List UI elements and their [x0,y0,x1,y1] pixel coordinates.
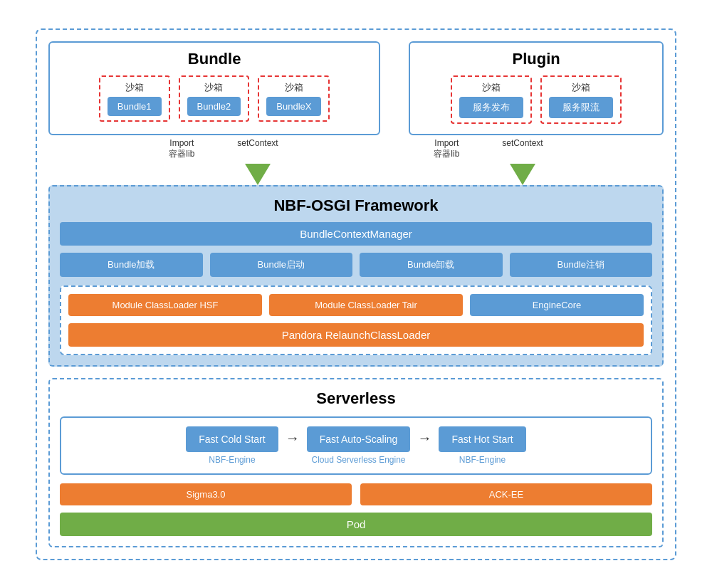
bundlex-btn: BundleX [266,97,321,116]
plugin1-btn: 服务发布 [459,97,523,118]
main-wrapper: Bundle 沙箱 Bundle1 沙箱 Bundle2 沙箱 BundleX [21,14,691,574]
nbf-btn-cancel: Bundle注销 [510,253,653,277]
flow-sub-cold: NBF-Engine [209,455,255,465]
serverless-flow: Fast Cold Start NBF-Engine → Fast Auto-S… [60,416,652,475]
outer-container: Bundle 沙箱 Bundle1 沙箱 Bundle2 沙箱 BundleX [36,28,676,560]
serverless-title: Serverless [60,389,652,408]
setcontext-label-plugin: setContext [502,138,543,148]
green-arrow-bundle [245,164,271,185]
sandbox-plugin1: 沙箱 服务发布 [451,75,532,124]
sandbox-bundlex: 沙箱 BundleX [258,75,330,122]
flow-arrow-1: → [286,430,300,446]
flow-item-scaling: Fast Auto-Scaling Cloud Serverless Engin… [307,426,411,465]
classloader-tair: Module ClassLoader Tair [269,294,463,316]
plugin-arrows: Import容器lib setContext [434,138,543,185]
flow-item-cold: Fast Cold Start NBF-Engine [186,426,278,465]
flow-sub-scaling: Cloud Serverless Engine [311,455,405,465]
fast-auto-scaling-btn: Fast Auto-Scaling [307,426,411,452]
nbf-btn-start: Bundle启动 [210,253,353,277]
plugin-box: Plugin 沙箱 服务发布 沙箱 服务限流 [409,41,664,135]
relaunch-bar: Pandora RelaunchClassLoader [68,323,644,347]
flow-arrow-2: → [417,430,431,446]
bundle1-btn: Bundle1 [108,97,162,116]
sandbox-plugin2: 沙箱 服务限流 [540,75,622,124]
sandbox-label-5: 沙箱 [572,81,590,94]
nbf-btn-unload: Bundle卸载 [360,253,503,277]
sandbox-bundle1: 沙箱 Bundle1 [99,75,170,122]
bundle-arrows: Import容器lib setContext [169,138,278,185]
setcontext-arrow-bundle: setContext [237,138,278,185]
import-label-bundle: Import容器lib [169,138,194,160]
enginecore-btn: EngineCore [470,294,644,316]
setcontext-label-bundle: setContext [237,138,278,148]
sandbox-bundle2: 沙箱 Bundle2 [179,75,250,122]
bundle2-btn: Bundle2 [187,97,241,116]
bundle-sandbox-row: 沙箱 Bundle1 沙箱 Bundle2 沙箱 BundleX [60,75,369,122]
import-label-plugin: Import容器lib [434,138,459,160]
sandbox-label-3: 沙箱 [285,81,303,94]
bundle-title: Bundle [60,50,369,68]
nbf-manager-bar: BundleContextManager [60,222,652,246]
sandbox-label-4: 沙箱 [482,81,501,94]
sandbox-label-2: 沙箱 [204,81,223,94]
plugin2-btn: 服务限流 [549,97,613,118]
plugin-sandbox-row: 沙箱 服务发布 沙箱 服务限流 [420,75,652,124]
fast-cold-start-btn: Fast Cold Start [186,426,278,452]
import-arrow-bundle: Import容器lib [169,138,194,162]
classloader-section: Module ClassLoader HSF Module ClassLoade… [60,285,652,355]
nbf-title: NBF-OSGI Framework [60,196,652,215]
import-arrow-plugin: Import容器lib [434,138,459,162]
top-row: Bundle 沙箱 Bundle1 沙箱 Bundle2 沙箱 BundleX [48,41,664,135]
setcontext-arrow-plugin: setContext [502,138,543,185]
serverless-bottom-row: Sigma3.0 ACK-EE [60,483,652,505]
bundle-box: Bundle 沙箱 Bundle1 沙箱 Bundle2 沙箱 BundleX [48,41,380,135]
fast-hot-start-btn: Fast Hot Start [439,426,525,452]
nbf-section: NBF-OSGI Framework BundleContextManager … [48,185,664,367]
sandbox-label-1: 沙箱 [125,81,144,94]
flow-sub-hot: NBF-Engine [459,455,506,465]
nbf-btn-load: Bundle加载 [60,253,203,277]
flow-item-hot: Fast Hot Start NBF-Engine [439,426,525,465]
pod-bar: Pod [60,513,652,536]
plugin-title: Plugin [420,50,652,68]
classloader-hsf: Module ClassLoader HSF [68,294,262,316]
classloader-row: Module ClassLoader HSF Module ClassLoade… [68,294,644,316]
nbf-buttons-row: Bundle加载 Bundle启动 Bundle卸载 Bundle注销 [60,253,652,277]
serverless-section: Serverless Fast Cold Start NBF-Engine → … [48,378,664,547]
sigma-btn: Sigma3.0 [60,483,352,505]
ack-btn: ACK-EE [360,483,652,505]
arrow-label-row: Import容器lib setContext Import容器lib setCo… [48,135,664,185]
green-arrow-plugin [510,164,535,185]
